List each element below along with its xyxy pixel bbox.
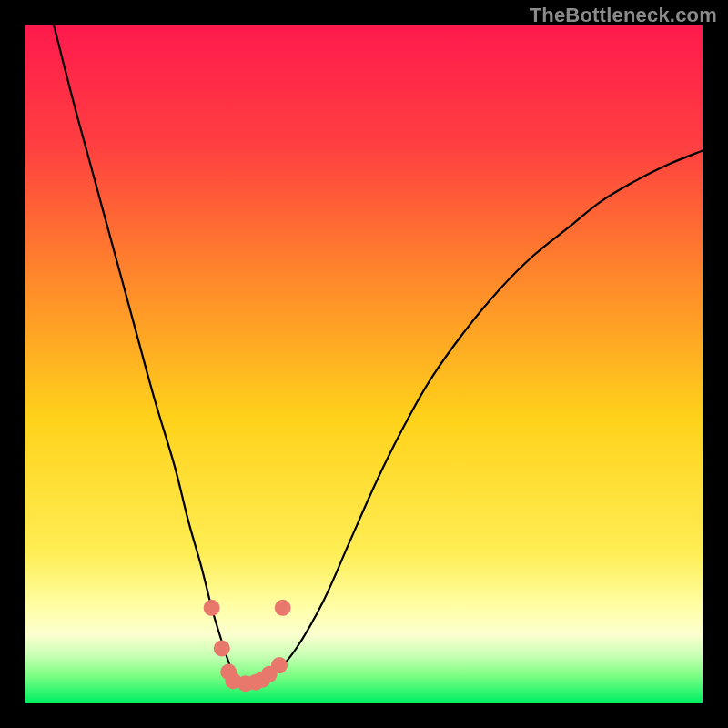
curve-path — [54, 25, 703, 684]
data-dot — [275, 600, 291, 616]
curve-dots — [204, 600, 291, 692]
chart-frame: TheBottleneck.com — [0, 0, 728, 728]
data-dot — [204, 600, 220, 616]
data-dot — [271, 657, 288, 673]
data-dot — [214, 641, 230, 657]
plot-area — [25, 25, 703, 703]
bottleneck-curve — [25, 25, 703, 703]
watermark-text: TheBottleneck.com — [530, 4, 717, 27]
